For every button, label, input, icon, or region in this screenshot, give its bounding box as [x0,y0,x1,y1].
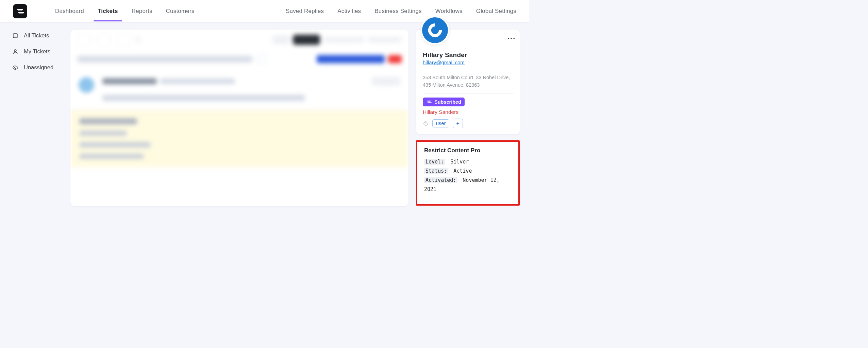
customer-profile-card: Hillary Sander hillary@gmail.com 353 Sou… [416,30,520,134]
nav-dashboard[interactable]: Dashboard [55,8,84,15]
sidebar-item-all-tickets[interactable]: All Tickets [12,32,70,39]
rcp-level-key: Level: [424,159,445,165]
nav-tickets[interactable]: Tickets [98,8,118,15]
nav-saved-replies-label: Saved Replies [286,8,324,14]
svg-point-7 [508,37,509,39]
gravatar-icon [426,21,444,39]
customer-name: Hillary Sander [423,51,514,59]
customer-avatar[interactable] [421,16,449,45]
nav-tickets-label: Tickets [98,8,118,14]
primary-nav: Dashboard Tickets Reports Customers [41,8,195,15]
nav-customers-label: Customers [166,8,195,14]
rcp-title: Restrict Content Pro [424,147,512,154]
sidebar: All Tickets My Tickets Unassigned [0,23,70,206]
eye-icon [12,65,18,71]
nav-business-settings-label: Business Settings [374,8,422,14]
sidebar-item-label: Unassigned [24,64,53,71]
customer-display-name[interactable]: Hillary Sanders [423,109,514,115]
logo-icon [16,7,24,16]
rcp-level-value: Silver [450,159,469,165]
nav-activities-label: Activities [337,8,361,14]
top-navbar: Dashboard Tickets Reports Customers Save… [0,0,529,23]
restrict-content-pro-card: Restrict Content Pro Level: Silver Statu… [416,140,520,206]
subscribed-label: Subscribed [434,99,461,105]
right-column: Hillary Sander hillary@gmail.com 353 Sou… [416,30,520,206]
blurred-content [70,30,408,167]
app-logo[interactable] [13,4,27,18]
list-icon [12,33,18,39]
nav-global-settings-label: Global Settings [476,8,516,14]
more-icon [507,37,515,39]
nav-reports[interactable]: Reports [132,8,152,15]
tag-icon [423,120,429,126]
customer-email[interactable]: hillary@gmail.com [423,59,465,65]
rcp-activated-key: Activated: [424,177,457,183]
ticket-conversation-card [70,30,408,206]
sidebar-item-label: My Tickets [24,48,50,55]
rcp-status-value: Active [453,168,472,174]
sidebar-item-my-tickets[interactable]: My Tickets [12,48,70,55]
sidebar-item-label: All Tickets [24,32,49,39]
nav-business-settings[interactable]: Business Settings [374,8,422,15]
nav-dashboard-label: Dashboard [55,8,84,14]
nav-global-settings[interactable]: Global Settings [476,8,516,15]
nav-workflows-label: Workflows [435,8,463,14]
add-tag-button[interactable]: + [453,119,463,128]
customer-tag[interactable]: user [432,119,449,127]
rcp-status-row: Status: Active [424,167,512,176]
svg-point-4 [14,50,16,52]
nav-customers[interactable]: Customers [166,8,195,15]
more-menu[interactable] [507,34,515,40]
svg-point-9 [513,37,515,39]
secondary-nav: Saved Replies Activities Business Settin… [272,8,516,15]
user-icon [12,49,18,55]
svg-point-8 [511,37,512,39]
nav-saved-replies[interactable]: Saved Replies [286,8,324,15]
nav-activities[interactable]: Activities [337,8,361,15]
customer-address: 353 South Milton Court, 33 Nobel Drive, … [423,70,514,93]
rcp-activated-row: Activated: November 12, 2021 [424,176,512,194]
bolt-icon [426,99,432,105]
subscribed-badge: Subscribed [423,98,465,106]
sidebar-item-unassigned[interactable]: Unassigned [12,64,70,71]
nav-reports-label: Reports [132,8,152,14]
svg-point-10 [425,122,425,123]
rcp-status-key: Status: [424,168,448,174]
rcp-level-row: Level: Silver [424,157,512,167]
svg-point-5 [15,67,16,68]
nav-workflows[interactable]: Workflows [435,8,463,15]
